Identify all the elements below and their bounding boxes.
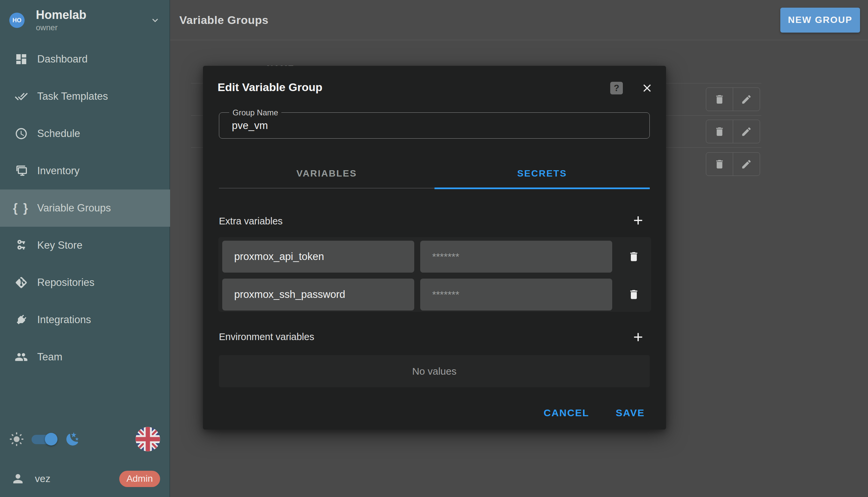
- trash-icon: [628, 288, 640, 300]
- variable-value-field: [420, 241, 612, 273]
- group-name-input[interactable]: [219, 113, 649, 138]
- extra-variables-panel: [218, 237, 651, 312]
- variable-name-input[interactable]: [222, 241, 414, 273]
- variable-value-field: [420, 279, 612, 311]
- save-button[interactable]: SAVE: [612, 404, 649, 421]
- edit-variable-group-dialog: Edit Variable Group ? Group Name VARIABL…: [203, 66, 666, 429]
- variable-name-input[interactable]: [222, 279, 414, 311]
- add-environment-variable-button[interactable]: [630, 329, 646, 345]
- cancel-button[interactable]: CANCEL: [540, 404, 593, 421]
- dialog-actions: CANCEL SAVE: [540, 404, 649, 421]
- group-name-label: Group Name: [229, 108, 281, 118]
- extra-variables-title: Extra variables: [219, 216, 283, 227]
- variable-name-field: [222, 279, 414, 311]
- group-name-field: Group Name: [219, 112, 650, 139]
- dialog-title: Edit Variable Group: [218, 81, 323, 94]
- environment-variables-title: Environment variables: [219, 331, 314, 342]
- trash-icon: [628, 251, 640, 262]
- environment-variables-empty: No values: [219, 355, 650, 387]
- variable-value-input[interactable]: [420, 279, 612, 311]
- delete-variable-button[interactable]: [626, 248, 642, 265]
- dialog-tabs: VARIABLES SECRETS: [219, 159, 650, 188]
- close-icon[interactable]: [639, 81, 655, 96]
- secret-variable-row: [222, 241, 647, 273]
- variable-name-field: [222, 241, 414, 273]
- variable-value-input[interactable]: [420, 241, 612, 273]
- tab-secrets[interactable]: SECRETS: [435, 159, 650, 188]
- secret-variable-row: [222, 279, 647, 311]
- help-icon[interactable]: ?: [610, 82, 623, 95]
- add-extra-variable-button[interactable]: [630, 212, 646, 228]
- tab-variables[interactable]: VARIABLES: [219, 159, 435, 188]
- delete-variable-button[interactable]: [626, 287, 642, 302]
